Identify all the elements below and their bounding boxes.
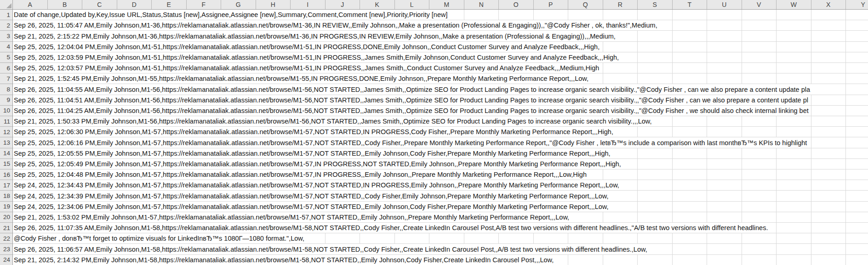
sheet-row-4: Sep 25, 2025, 12:04:04 PM,Emily Johnson,… [13,42,868,52]
cell-text-A16[interactable]: Sep 25, 2025, 12:04:48 PM,Emily Johnson,… [13,169,588,180]
sheet-row-1: Date of change,Updated by,Key,Issue URL,… [13,10,868,20]
column-header-G[interactable]: G [221,0,256,9]
column-header-Q[interactable]: Q [568,0,603,9]
row-header-5[interactable]: 5 [0,52,12,63]
row-header-24[interactable]: 24 [0,255,12,265]
cell-text-A14[interactable]: Sep 25, 2025, 12:05:55 PM,Emily Johnson,… [13,148,612,158]
grid-rows: Date of change,Updated by,Key,Issue URL,… [13,10,868,265]
sheet-row-9: Sep 26, 2025, 11:04:51 AM,Emily Johnson,… [13,95,868,106]
cell-text-A18[interactable]: Sep 24, 2025, 12:34:39 PM,Emily Johnson,… [13,191,610,201]
select-all-triangle-icon [6,3,11,8]
column-header-M[interactable]: M [429,0,464,9]
column-header-S[interactable]: S [638,0,673,9]
cell-text-A9[interactable]: Sep 26, 2025, 11:04:51 AM,Emily Johnson,… [13,95,810,105]
sheet-row-10: Sep 26, 2025, 11:04:25 AM,Emily Johnson,… [13,106,868,116]
column-header-C[interactable]: C [82,0,117,9]
row-header-12[interactable]: 12 [0,127,12,137]
row-header-17[interactable]: 17 [0,180,12,191]
column-header-X[interactable]: X [811,0,846,9]
sheet-row-6: Sep 25, 2025, 12:03:57 PM,Emily Johnson,… [13,63,868,73]
sheet-row-18: Sep 24, 2025, 12:34:39 PM,Emily Johnson,… [13,191,868,201]
row-header-1[interactable]: 1 [0,10,12,20]
cell-text-A3[interactable]: Sep 21, 2025, 2:15:22 PM,Emily Johnson,M… [13,31,617,41]
column-header-P[interactable]: P [534,0,569,9]
sheet-row-2: Sep 26, 2025, 11:05:47 AM,Emily Johnson,… [13,20,868,31]
row-header-13[interactable]: 13 [0,137,12,148]
grid-area: Date of change,Updated by,Key,Issue URL,… [13,10,868,265]
column-header-T[interactable]: T [673,0,708,9]
column-header-W[interactable]: W [777,0,811,9]
sheet-row-13: Sep 25, 2025, 12:06:16 PM,Emily Johnson,… [13,137,868,148]
sheet-row-21: Sep 26, 2025, 11:07:35 AM,Emily Johnson,… [13,223,868,233]
cell-text-A21[interactable]: Sep 26, 2025, 11:07:35 AM,Emily Johnson,… [13,223,769,233]
column-header-D[interactable]: D [117,0,152,9]
row-header-21[interactable]: 21 [0,223,12,233]
cell-text-A6[interactable]: Sep 25, 2025, 12:03:57 PM,Emily Johnson,… [13,63,600,73]
cell-text-A19[interactable]: Sep 24, 2025, 12:34:06 PM,Emily Johnson,… [13,202,610,212]
column-header-N[interactable]: N [464,0,499,9]
cell-text-A17[interactable]: Sep 24, 2025, 12:34:43 PM,Emily Johnson,… [13,180,621,190]
sheet-row-12: Sep 25, 2025, 12:06:30 PM,Emily Johnson,… [13,127,868,137]
row-header-9[interactable]: 9 [0,95,12,106]
cell-text-A5[interactable]: Sep 25, 2025, 12:03:59 PM,Emily Johnson,… [13,52,620,62]
column-header-Y[interactable]: Y [846,0,868,9]
row-header-10[interactable]: 10 [0,106,12,116]
sheet-row-5: Sep 25, 2025, 12:03:59 PM,Emily Johnson,… [13,52,868,63]
select-all-corner[interactable] [0,0,13,10]
column-header-L[interactable]: L [395,0,430,9]
column-header-F[interactable]: F [187,0,222,9]
cell-text-A15[interactable]: Sep 25, 2025, 12:05:49 PM,Emily Johnson,… [13,159,622,169]
cell-text-A23[interactable]: Sep 26, 2025, 11:06:57 AM,Emily Johnson,… [13,244,649,254]
row-header-20[interactable]: 20 [0,212,12,223]
sheet-row-14: Sep 25, 2025, 12:05:55 PM,Emily Johnson,… [13,148,868,159]
column-header-J[interactable]: J [326,0,360,9]
row-header-4[interactable]: 4 [0,42,12,52]
row-header-2[interactable]: 2 [0,20,12,31]
cell-text-A11[interactable]: Sep 21, 2025, 1:50:33 PM,Emily Johnson,M… [13,116,653,126]
cell-text-A2[interactable]: Sep 26, 2025, 11:05:47 AM,Emily Johnson,… [13,20,659,30]
row-header-15[interactable]: 15 [0,159,12,169]
column-header-O[interactable]: O [499,0,534,9]
row-header-11[interactable]: 11 [0,116,12,127]
sheet-row-16: Sep 25, 2025, 12:04:48 PM,Emily Johnson,… [13,169,868,180]
row-header-6[interactable]: 6 [0,63,12,73]
cell-text-A10[interactable]: Sep 26, 2025, 11:04:25 AM,Emily Johnson,… [13,106,810,116]
row-header-18[interactable]: 18 [0,191,12,201]
sheet-row-20: Sep 21, 2025, 1:53:02 PM,Emily Johnson,M… [13,212,868,223]
column-header-V[interactable]: V [742,0,777,9]
row-header-23[interactable]: 23 [0,244,12,254]
column-headers: ABCDEFGHIJKLMNOPQRSTUVWXY [13,0,868,10]
column-header-R[interactable]: R [603,0,638,9]
row-header-16[interactable]: 16 [0,169,12,180]
sheet-row-22: @Cody Fisher , donвЂ™t forget to optimiz… [13,233,868,244]
column-header-A[interactable]: A [13,0,48,9]
sheet-row-8: Sep 26, 2025, 11:04:55 AM,Emily Johnson,… [13,84,868,95]
sheet-row-24: Sep 21, 2025, 2:14:32 PM,Emily Johnson,M… [13,255,868,265]
cell-text-A22[interactable]: @Cody Fisher , donвЂ™t forget to optimiz… [13,233,306,243]
cell-text-A24[interactable]: Sep 21, 2025, 2:14:32 PM,Emily Johnson,M… [13,255,555,265]
column-header-B[interactable]: B [48,0,83,9]
row-headers: 123456789101112131415161718192021222324 [0,10,13,265]
column-header-K[interactable]: K [360,0,395,9]
column-header-I[interactable]: I [291,0,326,9]
column-header-H[interactable]: H [256,0,291,9]
cell-text-A7[interactable]: Sep 21, 2025, 1:52:45 PM,Emily Johnson,M… [13,73,590,84]
sheet-row-11: Sep 21, 2025, 1:50:33 PM,Emily Johnson,M… [13,116,868,127]
row-header-22[interactable]: 22 [0,233,12,244]
cell-text-A13[interactable]: Sep 25, 2025, 12:06:16 PM,Emily Johnson,… [13,137,808,147]
sheet-row-23: Sep 26, 2025, 11:06:57 AM,Emily Johnson,… [13,244,868,254]
cell-text-A12[interactable]: Sep 25, 2025, 12:06:30 PM,Emily Johnson,… [13,127,615,137]
cell-text-A1[interactable]: Date of change,Updated by,Key,Issue URL,… [13,10,449,20]
cell-text-A8[interactable]: Sep 26, 2025, 11:04:55 AM,Emily Johnson,… [13,84,811,94]
cell-text-A4[interactable]: Sep 25, 2025, 12:04:04 PM,Emily Johnson,… [13,42,601,52]
sheet-row-19: Sep 24, 2025, 12:34:06 PM,Emily Johnson,… [13,202,868,212]
sheet-row-7: Sep 21, 2025, 1:52:45 PM,Emily Johnson,M… [13,73,868,84]
row-header-19[interactable]: 19 [0,202,12,212]
column-header-E[interactable]: E [152,0,187,9]
row-header-7[interactable]: 7 [0,73,12,84]
row-header-3[interactable]: 3 [0,31,12,41]
column-header-U[interactable]: U [707,0,742,9]
row-header-14[interactable]: 14 [0,148,12,159]
row-header-8[interactable]: 8 [0,84,12,95]
cell-text-A20[interactable]: Sep 21, 2025, 1:53:02 PM,Emily Johnson,M… [13,212,571,222]
